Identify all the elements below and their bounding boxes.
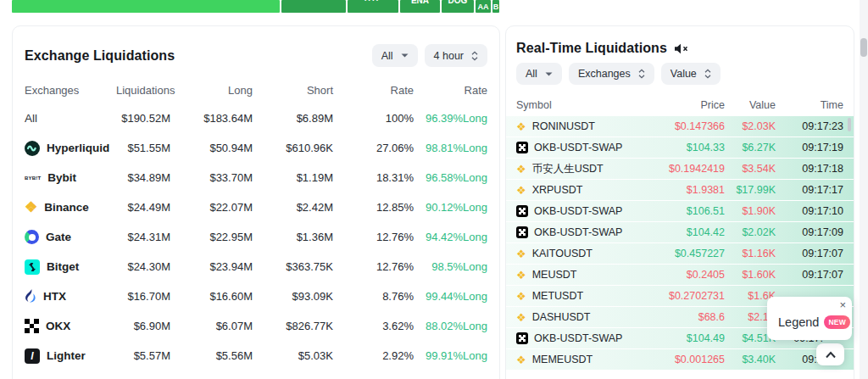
long-value: $22.95M — [170, 231, 253, 243]
liquidations-value: $24.49M — [116, 201, 170, 214]
symbol-cell[interactable]: ❖币安人生USDT — [516, 162, 640, 176]
scroll-top-button[interactable] — [816, 343, 844, 365]
gate-icon — [25, 230, 39, 244]
exchange-row[interactable]: ❖Binance$24.49M$22.07M$2.42M12.85%90.12%… — [13, 192, 499, 222]
heatmap-segment[interactable]: AA — [476, 0, 491, 13]
short-value: $610.96K — [253, 142, 333, 154]
heatmap-segment-label: B — [493, 3, 499, 11]
exchange-name[interactable]: Hyperliquid — [25, 141, 116, 156]
short-value: $5.03K — [253, 349, 333, 362]
liquidation-row[interactable]: OKB-USDT-SWAP$104.33$6.27K09:17:19 — [506, 137, 854, 158]
liquidations-value: $51.55M — [116, 142, 170, 154]
exchange-name[interactable]: ❖Binance — [25, 200, 116, 215]
lighter-icon: l — [25, 348, 40, 364]
exchange-panel-filters: All 4 hour — [372, 44, 487, 67]
exchange-name[interactable]: HTX — [25, 289, 116, 304]
heatmap-segment[interactable]: B — [492, 0, 499, 13]
heatmap-segment[interactable]: HYP — [348, 0, 398, 13]
exchange-name[interactable]: Gate — [25, 230, 116, 244]
liquidation-row[interactable]: ❖币安人生USDT$0.1942419$3.54K09:17:18 — [506, 159, 854, 179]
exchange-row[interactable]: Bitget$24.30M$23.94M$363.75K12.76%98.5%L… — [13, 252, 499, 281]
realtime-exchange-dropdown[interactable]: Exchanges — [569, 63, 654, 85]
binance-icon: ❖ — [25, 200, 37, 215]
symbol-cell[interactable]: ❖DASHUSDT — [516, 311, 640, 323]
long-rate-value: 99.44%Long — [414, 290, 487, 303]
exchange-row[interactable]: Gate$24.31M$22.95M$1.36M12.76%94.42%Long — [13, 222, 499, 252]
time-value: 09:17:18 — [776, 163, 843, 175]
binance-sm-icon: ❖ — [516, 248, 526, 259]
exchange-row[interactable]: OKX$6.90M$6.07M$826.77K3.62%88.02%Long — [13, 311, 499, 341]
liquidation-row[interactable]: OKB-USDT-SWAP$104.42$2.02K09:17:09 — [506, 222, 854, 242]
heatmap-segment-label: DOG — [448, 0, 468, 5]
heatmap-segment[interactable]: DOG — [442, 0, 474, 13]
binance-sm-icon: ❖ — [516, 354, 526, 365]
symbol-cell[interactable]: OKB-USDT-SWAP — [516, 332, 640, 344]
liquidation-row[interactable]: OKB-USDT-SWAP$106.51$1.90K09:17:10 — [506, 201, 854, 221]
long-rate-value: 99.91%Long — [414, 349, 487, 362]
liquidation-heatmap-strip[interactable]: HYPENADOGAAB — [12, 0, 500, 13]
speaker-muted-icon[interactable] — [674, 43, 688, 54]
short-value: $6.89M — [253, 112, 333, 125]
realtime-panel-filters: All Exchanges Value — [506, 56, 854, 85]
heatmap-segment[interactable]: ENA — [400, 0, 440, 13]
symbol-cell[interactable]: ❖KAITOUSDT — [516, 248, 640, 259]
symbol-cell[interactable]: ❖RONINUSDT — [516, 120, 640, 132]
exchange-name[interactable]: All — [25, 112, 116, 125]
chevron-up-icon — [825, 351, 837, 359]
liquidation-row[interactable]: ❖MEUSDT$0.2405$1.60K09:17:07 — [506, 265, 854, 285]
time-value: 09:17:17 — [776, 184, 843, 196]
page-scrollbar-track[interactable] — [860, 0, 868, 379]
hyperliquid-icon — [25, 141, 40, 156]
liquidation-value: $6.27K — [725, 142, 776, 153]
price-value: $0.2405 — [640, 269, 725, 281]
exchange-name[interactable]: Bitget — [25, 259, 116, 275]
new-badge: NEW — [824, 315, 850, 329]
long-value: $23.94M — [170, 260, 253, 273]
table-scrollbar-thumb[interactable] — [848, 118, 851, 131]
sort-arrows-icon — [471, 51, 478, 61]
symbol-cell[interactable]: OKB-USDT-SWAP — [516, 205, 640, 217]
liquidations-value: $24.31M — [116, 231, 170, 243]
symbol-cell[interactable]: ❖MEMEUSDT — [516, 354, 640, 365]
realtime-scope-dropdown[interactable]: All — [516, 63, 562, 85]
exchange-name[interactable]: BYB!TBybit — [25, 171, 116, 184]
symbol-cell[interactable]: OKB-USDT-SWAP — [516, 142, 640, 153]
exchange-name[interactable]: OKX — [25, 319, 116, 333]
time-value: 09:17:19 — [776, 142, 843, 153]
liquidation-row[interactable]: ❖RONINUSDT$0.147366$2.03K09:17:23 — [506, 116, 854, 137]
exchange-row[interactable]: HTX$16.70M$16.60M$93.09K8.76%99.44%Long — [13, 281, 499, 311]
binance-sm-icon: ❖ — [516, 312, 526, 323]
liquidation-value: $3.40K — [725, 354, 776, 365]
exchange-row[interactable]: BYB!TBybit$34.89M$33.70M$1.19M18.31%96.5… — [13, 163, 499, 192]
page-scrollbar-thumb[interactable] — [860, 38, 867, 57]
liquidation-row[interactable]: ❖KAITOUSDT$0.457227$1.16K09:17:07 — [506, 243, 854, 264]
long-rate-value: 94.42%Long — [414, 231, 487, 243]
exchange-name[interactable]: lLighter — [25, 348, 116, 364]
symbol-cell[interactable]: ❖MEUSDT — [516, 269, 640, 281]
symbol-cell[interactable]: OKB-USDT-SWAP — [516, 226, 640, 238]
realtime-value-dropdown[interactable]: Value — [661, 63, 721, 85]
liquidations-value: $6.90M — [116, 320, 170, 332]
binance-sm-icon: ❖ — [516, 270, 526, 281]
liquidation-row[interactable]: ❖XRPUSDT$1.9381$17.99K09:17:17 — [506, 180, 854, 200]
exchange-row[interactable]: All$190.52M$183.64M$6.89M100%96.39%Long — [13, 103, 499, 133]
symbol-cell[interactable]: ❖XRPUSDT — [516, 184, 640, 196]
exchange-table-header: ExchangesLiquidationsLongShortRateRate — [13, 80, 499, 100]
long-rate-value: 98.5%Long — [414, 260, 487, 273]
heatmap-segment-label: AA — [478, 3, 489, 11]
time-value: 09:17:09 — [776, 226, 843, 238]
exchange-scope-dropdown[interactable]: All — [372, 44, 418, 67]
symbol-cell[interactable]: ❖METUSDT — [516, 290, 640, 302]
heatmap-segment[interactable] — [12, 0, 280, 13]
liquidation-row[interactable]: ❖MEMEUSDT$0.001265$3.40K09:17:04 — [506, 349, 854, 370]
legend-label[interactable]: Legend — [778, 315, 819, 329]
exchange-row[interactable]: Hyperliquid$51.55M$50.94M$610.96K27.06%9… — [13, 133, 499, 163]
exchange-row[interactable]: lLighter$5.57M$5.56M$5.03K2.92%99.91%Lon… — [13, 341, 499, 371]
close-icon[interactable]: × — [839, 298, 846, 311]
price-value: $104.42 — [640, 226, 725, 238]
column-header: Time — [776, 99, 843, 111]
price-value: $104.33 — [640, 142, 725, 153]
rate-value: 18.31% — [333, 171, 414, 184]
interval-dropdown[interactable]: 4 hour — [425, 44, 487, 67]
heatmap-segment[interactable] — [281, 0, 346, 13]
